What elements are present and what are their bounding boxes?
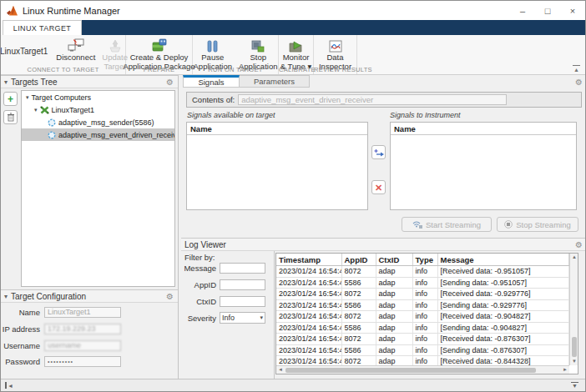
log-cell: 2023/01/24 16:54:45... [276, 266, 341, 278]
log-cell: info [412, 311, 437, 323]
disconnect-label: Disconnect [56, 53, 95, 63]
ctxid-filter-label: CtxID [183, 297, 220, 306]
tab-signals[interactable]: Signals [183, 75, 240, 88]
log-cell: [Received data: -0.951057] [437, 266, 569, 278]
monitor-tune-icon [289, 38, 304, 53]
message-filter-input[interactable] [220, 263, 265, 274]
log-row[interactable]: 2023/01/24 16:54:46...8072adapinfo[Recei… [276, 334, 569, 345]
close-button[interactable]: × [560, 1, 585, 20]
log-cell: 8072 [341, 334, 376, 345]
log-cell: info [412, 322, 437, 334]
log-cell: 2023/01/24 16:54:46... [276, 289, 341, 300]
col-appid[interactable]: AppID [341, 254, 376, 266]
log-cell: 5586 [341, 277, 376, 289]
log-cell: 2023/01/24 16:54:46... [276, 299, 341, 311]
collapse-left-panel-icon[interactable]: ◄ [5, 382, 13, 389]
create-deploy-label-line1: Create & Deploy [130, 53, 189, 63]
ctxid-filter-input[interactable] [220, 296, 265, 307]
section-prepare: PREPARE [126, 66, 192, 73]
contents-of-field[interactable] [238, 94, 507, 105]
horizontal-scrollbar[interactable]: ◄ ► [276, 365, 569, 374]
vertical-scrollbar[interactable]: ▲ ▼ [569, 254, 578, 365]
target-config-gear-icon[interactable]: ⚙ [166, 292, 174, 301]
delete-target-button[interactable] [3, 110, 18, 124]
collapse-triangle-icon[interactable]: ▾ [34, 107, 38, 113]
remove-signal-button[interactable]: ✕ [371, 180, 386, 194]
log-row[interactable]: 2023/01/24 16:54:46...5586adapinfo[Sendi… [276, 322, 569, 334]
application-icon [48, 118, 56, 127]
add-signal-button[interactable] [371, 145, 386, 159]
log-row[interactable]: 2023/01/24 16:54:46...5586adapinfo[Sendi… [276, 277, 569, 289]
log-cell: adap [376, 299, 412, 311]
log-row[interactable]: 2023/01/24 16:54:46...5586adapinfo[Sendi… [276, 344, 569, 356]
available-name-column-header: Name [187, 123, 367, 135]
username-field[interactable] [44, 340, 121, 351]
severity-dropdown[interactable]: Info ▾ [220, 312, 265, 324]
ip-address-field[interactable] [44, 324, 121, 334]
log-cell: [Sending data: -0.904827] [437, 322, 569, 334]
horizontal-scroll-thumb[interactable] [285, 368, 536, 373]
log-row[interactable]: 2023/01/24 16:54:46...8072adapinfo[Recei… [276, 289, 569, 300]
maximize-button[interactable]: □ [535, 1, 560, 20]
group-prepare: Create & Deploy Application Package PREP… [126, 35, 193, 74]
log-table-header-row[interactable]: Timestamp AppID CtxID Type Message [276, 254, 569, 266]
col-message[interactable]: Message [437, 254, 569, 266]
log-cell: 5586 [341, 322, 376, 334]
chevron-down-icon: ▾ [260, 314, 263, 321]
signals-available-table[interactable]: Name [186, 122, 368, 210]
target-configuration-title: Target Configuration [11, 292, 86, 301]
add-target-button[interactable]: + [3, 92, 18, 106]
log-cell: [Received data: -0.876307] [437, 334, 569, 345]
targets-tree-collapse-icon[interactable]: ▾ [4, 78, 8, 86]
log-cell: [Sending data: -0.929776] [437, 299, 569, 311]
contents-of-bar: Contents of: [186, 92, 582, 108]
targets-tree-gear-icon[interactable]: ⚙ [166, 78, 174, 87]
minimize-button[interactable]: – [510, 1, 535, 20]
tree-node-linuxtarget1[interactable]: ▾ LinuxTarget1 [22, 103, 174, 116]
log-cell: adap [376, 289, 412, 300]
log-viewer-gear-icon[interactable]: ⚙ [575, 240, 583, 249]
signals-panel-gear-icon[interactable]: ⚙ [575, 78, 583, 88]
log-row[interactable]: 2023/01/24 16:54:45...8072adapinfo[Recei… [276, 266, 569, 278]
tree-node-receiver-app[interactable]: adaptive_msg_event_driven_receiver(8072) [22, 128, 174, 141]
log-cell: adap [376, 334, 412, 345]
collapse-triangle-icon[interactable]: ▾ [26, 94, 29, 101]
plus-icon: + [8, 95, 13, 103]
title-bar: Linux Runtime Manager – □ × [1, 1, 585, 21]
password-field[interactable] [44, 356, 121, 367]
col-type[interactable]: Type [412, 254, 437, 266]
tab-parameters[interactable]: Parameters [240, 75, 310, 88]
start-streaming-label: Start Streaming [426, 220, 481, 229]
name-field[interactable] [44, 307, 121, 318]
collapse-ribbon-icon[interactable]: ▲ [573, 65, 580, 73]
scroll-left-icon[interactable]: ◄ [276, 366, 285, 374]
tab-linux-target[interactable]: LINUX TARGET [3, 20, 82, 35]
start-streaming-button[interactable]: Start Streaming [402, 217, 492, 232]
message-filter-label: Message [183, 264, 220, 273]
stop-streaming-button[interactable]: Stop Streaming [497, 217, 578, 232]
receiver-app-label: adaptive_msg_event_driven_receiver(8072) [58, 131, 174, 139]
col-ctxid[interactable]: CtxID [376, 254, 412, 266]
target-config-collapse-icon[interactable]: ▾ [4, 293, 8, 300]
appid-filter-input[interactable] [220, 279, 265, 290]
log-cell: adap [376, 311, 412, 323]
right-panel-column: Signals Parameters ⚙ Contents of: Signal… [181, 75, 586, 379]
tree-node-target-computers[interactable]: ▾ Target Computers [22, 91, 174, 103]
scroll-right-icon[interactable]: ► [561, 366, 569, 374]
log-row[interactable]: 2023/01/24 16:54:46...5586adapinfo[Sendi… [276, 299, 569, 311]
deploy-package-icon [151, 38, 167, 53]
tree-node-sender-app[interactable]: adaptive_msg_sender(5586) [22, 116, 174, 128]
matlab-logo-icon [7, 6, 18, 16]
collapse-bottom-panel-icon[interactable]: ▼ [571, 382, 578, 389]
message-filter-row: Message [183, 262, 265, 274]
col-timestamp[interactable]: Timestamp [276, 254, 341, 266]
log-row[interactable]: 2023/01/24 16:54:46...8072adapinfo[Recei… [276, 311, 569, 323]
status-bar: ◄ ▼ [1, 379, 585, 391]
signals-to-instrument-table[interactable]: Name [390, 122, 577, 210]
vertical-scroll-thumb[interactable] [572, 337, 577, 357]
application-icon [48, 131, 56, 139]
scroll-down-icon[interactable]: ▼ [570, 358, 578, 365]
scroll-up-icon[interactable]: ▲ [570, 254, 578, 261]
log-cell: 8072 [341, 289, 376, 300]
disconnect-button[interactable]: Disconnect [53, 37, 99, 63]
